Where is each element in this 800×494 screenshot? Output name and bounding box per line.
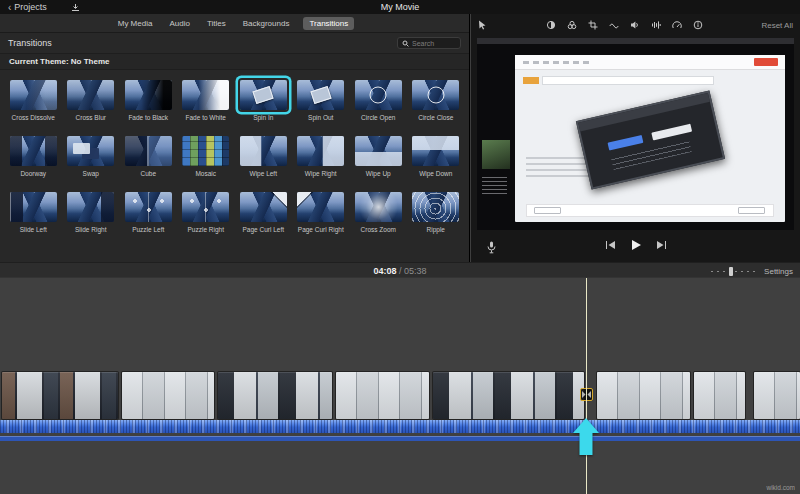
preview-green-thumbnail xyxy=(482,140,511,169)
previous-frame-button[interactable] xyxy=(605,240,616,250)
transition-mosaic[interactable]: Mosaic xyxy=(180,136,233,177)
play-button[interactable] xyxy=(630,239,642,251)
viewer-panel: Reset All xyxy=(471,14,800,262)
transport-controls xyxy=(471,239,800,251)
tab-my-media[interactable]: My Media xyxy=(115,17,156,30)
timeline-clip[interactable] xyxy=(597,372,690,419)
transition-cube[interactable]: Cube xyxy=(122,136,175,177)
tab-audio[interactable]: Audio xyxy=(166,17,192,30)
volume-icon[interactable] xyxy=(630,20,640,30)
transitions-grid: Cross DissolveCross BlurFade to BlackFad… xyxy=(0,70,469,233)
transition-thumbnail xyxy=(182,136,229,166)
transition-cross-blur[interactable]: Cross Blur xyxy=(65,80,118,121)
next-frame-button[interactable] xyxy=(656,240,667,250)
transition-spin-in[interactable]: Spin In xyxy=(237,80,290,121)
preview-webpage xyxy=(515,55,784,222)
timeline-clip[interactable] xyxy=(433,372,584,419)
viewer-controls xyxy=(471,236,800,258)
preview-window-white-button xyxy=(652,124,693,140)
transition-wipe-up[interactable]: Wipe Up xyxy=(352,136,405,177)
transition-label: Cross Blur xyxy=(76,114,106,121)
transition-thumbnail xyxy=(67,80,114,110)
tab-titles[interactable]: Titles xyxy=(204,17,229,30)
transition-label: Fade to Black xyxy=(128,114,168,121)
preview-tilted-window xyxy=(576,91,726,190)
crop-icon[interactable] xyxy=(588,20,598,30)
transition-label: Fade to White xyxy=(186,114,226,121)
transition-circle-close[interactable]: Circle Close xyxy=(410,80,463,121)
search-input[interactable] xyxy=(412,40,456,47)
transition-fade-to-white[interactable]: Fade to White xyxy=(180,80,233,121)
menu-bar: ‹ Projects My Movie xyxy=(0,0,800,14)
tab-backgrounds[interactable]: Backgrounds xyxy=(240,17,293,30)
transition-fade-to-black[interactable]: Fade to Black xyxy=(122,80,175,121)
browser-header: Transitions xyxy=(0,33,469,53)
transition-thumbnail xyxy=(355,192,402,222)
background-music-track[interactable] xyxy=(0,436,800,441)
transition-puzzle-left[interactable]: Puzzle Left xyxy=(122,192,175,233)
clip-size-slider[interactable] xyxy=(711,267,757,276)
noise-reduction-icon[interactable] xyxy=(651,20,661,30)
transition-label: Wipe Up xyxy=(366,170,391,177)
timeline-clip[interactable] xyxy=(218,372,332,419)
speed-icon[interactable] xyxy=(672,20,682,30)
timeline-clip[interactable] xyxy=(2,372,118,419)
transition-cross-dissolve[interactable]: Cross Dissolve xyxy=(7,80,60,121)
transition-label: Puzzle Right xyxy=(188,226,225,233)
time-display: 04:08 / 05:38 xyxy=(0,266,800,276)
tab-transitions[interactable]: Transitions xyxy=(303,17,354,30)
transition-wipe-down[interactable]: Wipe Down xyxy=(410,136,463,177)
transition-page-curl-left[interactable]: Page Curl Left xyxy=(237,192,290,233)
transition-slide-right[interactable]: Slide Right xyxy=(65,192,118,233)
transition-label: Cross Zoom xyxy=(361,226,396,233)
audio-waveform-track[interactable] xyxy=(0,420,800,433)
transition-thumbnail xyxy=(412,136,459,166)
transition-label: Wipe Left xyxy=(250,170,277,177)
transition-thumbnail xyxy=(10,80,57,110)
transition-thumbnail xyxy=(10,192,57,222)
transition-label: Slide Left xyxy=(20,226,47,233)
timeline-clip[interactable] xyxy=(122,372,214,419)
transition-ripple[interactable]: Ripple xyxy=(410,192,463,233)
watermark: wikid.com xyxy=(766,484,795,491)
pointer-icon[interactable] xyxy=(478,20,487,30)
search-box[interactable] xyxy=(397,37,461,49)
transition-label: Ripple xyxy=(427,226,445,233)
transition-thumbnail xyxy=(240,192,287,222)
transition-label: Spin Out xyxy=(308,114,333,121)
transition-thumbnail xyxy=(10,136,57,166)
transition-label: Doorway xyxy=(20,170,46,177)
transition-wipe-left[interactable]: Wipe Left xyxy=(237,136,290,177)
transition-page-curl-right[interactable]: Page Curl Right xyxy=(295,192,348,233)
preview-red-button xyxy=(754,58,778,66)
color-balance-icon[interactable] xyxy=(546,20,556,30)
transition-label: Cross Dissolve xyxy=(12,114,55,121)
playhead[interactable] xyxy=(586,278,587,494)
color-correction-icon[interactable] xyxy=(567,20,577,30)
transition-swap[interactable]: Swap xyxy=(65,136,118,177)
timeline-clip[interactable] xyxy=(754,372,800,419)
clip-info-icon[interactable] xyxy=(693,20,703,30)
time-separator: / xyxy=(396,266,404,276)
transition-label: Page Curl Right xyxy=(298,226,344,233)
transition-thumbnail xyxy=(125,80,172,110)
preview-footer-button-right xyxy=(738,207,765,214)
transition-slide-left[interactable]: Slide Left xyxy=(7,192,60,233)
transition-label: Puzzle Left xyxy=(132,226,164,233)
stabilization-icon[interactable] xyxy=(609,20,619,30)
transition-thumbnail xyxy=(297,192,344,222)
transition-cross-zoom[interactable]: Cross Zoom xyxy=(352,192,405,233)
transition-puzzle-right[interactable]: Puzzle Right xyxy=(180,192,233,233)
transition-thumbnail xyxy=(297,80,344,110)
transition-thumbnail xyxy=(182,80,229,110)
transition-thumbnail xyxy=(240,80,287,110)
timeline-settings-button[interactable]: Settings xyxy=(764,267,793,276)
timeline-clip[interactable] xyxy=(336,372,429,419)
timeline-clip[interactable] xyxy=(694,372,745,419)
transition-doorway[interactable]: Doorway xyxy=(7,136,60,177)
transition-label: Slide Right xyxy=(75,226,106,233)
reset-all-button[interactable]: Reset All xyxy=(761,21,793,30)
transition-spin-out[interactable]: Spin Out xyxy=(295,80,348,121)
transition-wipe-right[interactable]: Wipe Right xyxy=(295,136,348,177)
transition-circle-open[interactable]: Circle Open xyxy=(352,80,405,121)
